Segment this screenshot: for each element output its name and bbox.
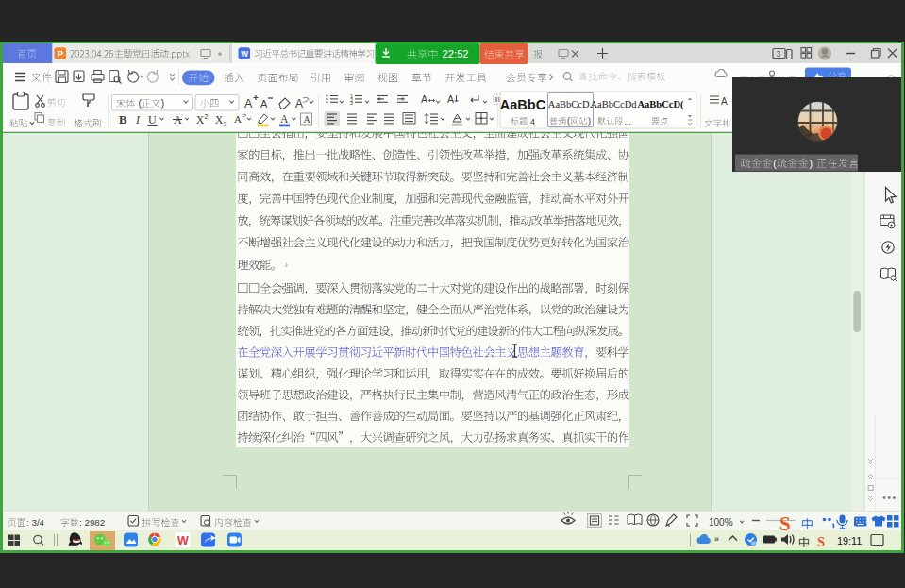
svg-text:AaBbCcD.: AaBbCcD. (548, 99, 592, 109)
svg-text:100%: 100% (709, 517, 733, 528)
svg-text:A: A (721, 96, 728, 107)
svg-text:AaBbCcDd: AaBbCcDd (591, 99, 638, 109)
svg-text:(: ( (567, 116, 570, 126)
svg-text:A: A (421, 93, 427, 105)
svg-text:: 2982: : 2982 (79, 517, 105, 528)
svg-text:AaBbC: AaBbC (500, 97, 546, 112)
svg-text:2: 2 (205, 113, 209, 120)
svg-text:U: U (148, 113, 157, 126)
svg-text:S: S (817, 534, 825, 549)
svg-text:A: A (260, 98, 268, 109)
svg-text:AaBbCcD(: AaBbCcD( (638, 99, 685, 110)
svg-text:I: I (135, 113, 141, 126)
svg-text:S: S (779, 512, 791, 535)
svg-text:»: » (714, 534, 719, 544)
svg-text:): ) (161, 98, 164, 109)
svg-text:A: A (244, 97, 253, 110)
svg-text:3: 3 (350, 100, 353, 106)
svg-text:2: 2 (224, 121, 227, 127)
svg-text:3: 3 (777, 49, 781, 59)
svg-text:A: A (234, 113, 242, 125)
svg-text:P: P (58, 48, 64, 59)
svg-text:: 3/4: : 3/4 (26, 517, 45, 528)
svg-text:A: A (295, 97, 303, 110)
svg-text:W: W (241, 50, 248, 59)
svg-text:...: ... (625, 117, 632, 126)
svg-text:): ) (810, 158, 813, 169)
svg-text:4: 4 (530, 117, 535, 126)
svg-text:22:52: 22:52 (443, 48, 469, 59)
svg-text:A: A (447, 93, 454, 105)
svg-text:A: A (304, 114, 311, 125)
svg-text:): ) (588, 116, 591, 126)
svg-text:19:11: 19:11 (837, 535, 862, 546)
svg-text:W: W (177, 534, 189, 547)
svg-text:(: ( (773, 158, 777, 169)
svg-text:B: B (119, 113, 126, 126)
svg-text:A: A (280, 113, 289, 125)
